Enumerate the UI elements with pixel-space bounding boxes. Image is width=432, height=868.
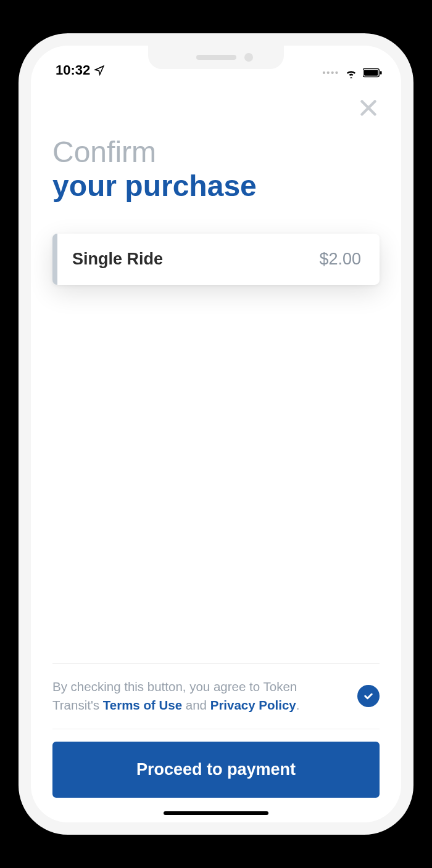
close-button[interactable] [357, 97, 380, 119]
cellular-dots-icon: •••• [322, 68, 339, 78]
svg-rect-1 [364, 70, 378, 75]
item-name: Single Ride [72, 250, 163, 269]
divider [52, 729, 380, 729]
screen: 10:32 •••• [31, 46, 401, 822]
page-heading: Confirm your purchase [52, 135, 380, 203]
front-camera [244, 53, 253, 62]
terms-row: By checking this button, you agree to To… [52, 664, 380, 729]
status-right: •••• [322, 67, 383, 78]
status-left: 10:32 [56, 62, 105, 78]
heading-line1: Confirm [52, 135, 380, 169]
terms-and: and [182, 698, 210, 712]
battery-icon [363, 68, 383, 78]
agree-checkbox[interactable] [357, 685, 380, 707]
svg-rect-2 [380, 71, 382, 75]
notch [148, 46, 284, 69]
location-arrow-icon [94, 65, 105, 76]
item-price: $2.00 [319, 250, 361, 269]
speaker-grille [196, 55, 236, 60]
phone-frame: 10:32 •••• [19, 33, 413, 835]
home-indicator[interactable] [164, 811, 268, 815]
terms-of-use-link[interactable]: Terms of Use [103, 698, 182, 712]
heading-line2: your purchase [52, 169, 380, 203]
terms-suffix: . [296, 698, 300, 712]
terms-text: By checking this button, you agree to To… [52, 678, 345, 716]
wifi-icon [344, 67, 358, 78]
status-time: 10:32 [56, 62, 90, 78]
content-area: Confirm your purchase Single Ride $2.00 … [31, 80, 401, 822]
privacy-policy-link[interactable]: Privacy Policy [210, 698, 296, 712]
proceed-to-payment-button[interactable]: Proceed to payment [52, 742, 380, 798]
purchase-item-card: Single Ride $2.00 [52, 234, 380, 285]
